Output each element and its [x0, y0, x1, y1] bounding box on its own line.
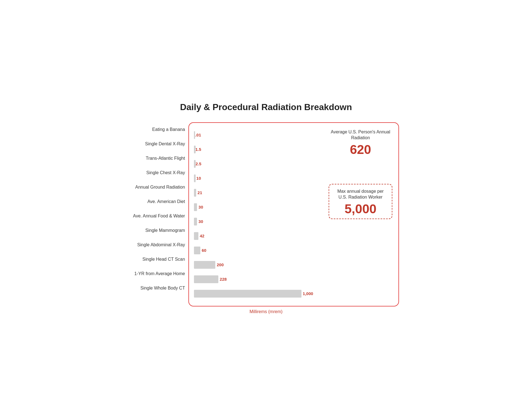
- bar-value: 1,000: [303, 291, 313, 296]
- bars-area: .011.52.51021303042602002281,000 Average…: [188, 122, 399, 306]
- annotation-dashed-value: 5,000: [334, 202, 387, 216]
- bar-value: 1.5: [195, 147, 201, 152]
- bar-track: 60: [194, 246, 393, 255]
- bar-row: 42: [194, 229, 393, 243]
- bar-fill: [194, 174, 196, 182]
- bar-value: 10: [196, 176, 201, 181]
- labels-column: Eating a BananaSingle Dental X-RayTrans-…: [133, 122, 188, 295]
- bar-value: 21: [198, 190, 202, 195]
- chart-body: Eating a BananaSingle Dental X-RayTrans-…: [133, 122, 399, 306]
- bar-label: 1-YR from Average Home: [134, 267, 185, 281]
- bar-label: Single Whole Body CT: [140, 281, 185, 295]
- bar-value: 60: [202, 248, 206, 253]
- bar-label: Single Mammogram: [145, 223, 185, 238]
- bar-fill: [194, 131, 195, 139]
- bar-value: 200: [217, 262, 224, 267]
- bar-label: Annual Ground Radiation: [135, 180, 185, 194]
- bar-value: 30: [198, 219, 203, 224]
- bar-label: Ave. American Diet: [147, 194, 185, 209]
- bar-value: .01: [195, 133, 201, 137]
- bar-row: 1,000: [194, 286, 393, 301]
- bar-row: 60: [194, 243, 393, 258]
- bar-value: 2.5: [196, 161, 201, 166]
- bar-track: 2.5: [194, 160, 393, 168]
- annotation-value: 620: [329, 143, 392, 157]
- bar-row: 10: [194, 171, 393, 186]
- bar-row: 200: [194, 258, 393, 272]
- bar-track: 200: [194, 261, 393, 269]
- axis-label: Millirems (mrem): [133, 309, 399, 314]
- bar-fill: [194, 261, 216, 269]
- bar-row: 2.5: [194, 157, 393, 171]
- bar-label: Single Chest X-Ray: [146, 166, 185, 180]
- bar-value: 228: [220, 277, 227, 281]
- bar-fill: [194, 247, 200, 254]
- chart-title: Daily & Procedural Radiation Breakdown: [133, 102, 399, 112]
- bar-value: 42: [200, 234, 204, 238]
- bar-track: 1,000: [194, 290, 393, 298]
- bar-track: 42: [194, 232, 393, 240]
- bar-track: 228: [194, 275, 393, 283]
- bar-row: 228: [194, 272, 393, 286]
- annotation-dashed-label: Max annual dosage per U.S. Radiation Wor…: [334, 188, 387, 200]
- bar-fill: [194, 275, 218, 283]
- bar-label: Ave. Annual Food & Water: [133, 209, 185, 223]
- annotation-dashed-box: Max annual dosage per U.S. Radiation Wor…: [329, 184, 392, 219]
- bar-fill: [194, 232, 198, 240]
- bar-fill: [194, 189, 196, 197]
- bar-label: Single Abdominal X-Ray: [137, 238, 185, 252]
- bar-label: Single Dental X-Ray: [145, 137, 185, 151]
- chart-container: Daily & Procedural Radiation Breakdown E…: [133, 102, 399, 314]
- bar-track: 10: [194, 174, 393, 182]
- bar-fill: [194, 290, 301, 298]
- bar-label: Trans-Atlantic Flight: [146, 151, 185, 166]
- bar-fill: [194, 203, 197, 211]
- bar-value: 30: [198, 205, 203, 209]
- bar-label: Eating a Banana: [152, 122, 185, 137]
- bar-label: Single Head CT Scan: [142, 252, 185, 267]
- bar-fill: [194, 218, 197, 225]
- annotation-box: Average U.S. Person's Annual Radiation 6…: [329, 129, 392, 157]
- annotation-label: Average U.S. Person's Annual Radiation: [329, 129, 392, 141]
